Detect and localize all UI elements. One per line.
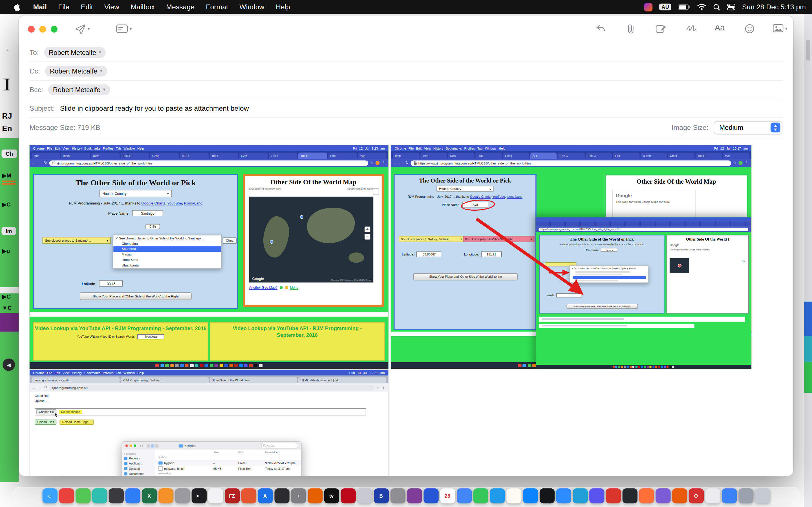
dock-icon[interactable] <box>341 488 356 503</box>
dock-icon[interactable] <box>175 488 190 503</box>
dock-icon[interactable] <box>622 488 637 503</box>
undo-button[interactable] <box>596 24 606 33</box>
wifi-icon[interactable] <box>697 4 706 10</box>
shot-c-tab: HTML slideshow accept | tvl… <box>298 377 386 383</box>
dock-icon[interactable]: X <box>142 488 156 503</box>
menu-item[interactable]: File <box>52 3 75 11</box>
status-app-icon[interactable] <box>645 3 653 11</box>
dock-icon[interactable]: FZ <box>224 488 239 503</box>
dock-icon[interactable]: >_ <box>192 488 206 503</box>
finder-window: ‹ › htdocs Search <box>122 441 302 476</box>
shot-b-tab: Other <box>668 153 695 159</box>
minimize-button[interactable] <box>40 26 46 33</box>
nested-url-bar: https://www.rjmprogramming.com.au/HTMLCS… <box>536 226 751 231</box>
dock-icon[interactable]: tv <box>324 488 339 503</box>
dock-icon[interactable] <box>705 488 720 503</box>
dock-icon[interactable] <box>423 488 439 503</box>
emoji-picker-button[interactable] <box>745 24 755 34</box>
dock-icon[interactable]: + <box>291 488 306 503</box>
dock-icon[interactable] <box>556 488 571 503</box>
scrollbar-thumb[interactable] <box>806 40 810 60</box>
battery-icon[interactable] <box>678 4 690 10</box>
menu-item[interactable]: Window <box>234 3 270 11</box>
recipient-chevron-icon[interactable]: ▾ <box>99 50 101 55</box>
menu-item[interactable]: Mail <box>28 3 52 11</box>
dock-icon[interactable]: O <box>689 488 703 503</box>
subject-input[interactable]: Slide in clipboard ready for you to past… <box>60 104 249 112</box>
dock-icon[interactable] <box>721 488 737 503</box>
header-fields-chevron-icon[interactable]: ▾ <box>130 26 132 31</box>
reload-home-button: Reload Home Page... <box>60 420 94 425</box>
dock-icon[interactable]: B <box>373 488 389 503</box>
dock-icon[interactable] <box>125 488 140 503</box>
sketch-icon[interactable] <box>686 24 697 32</box>
mini-dock-dot <box>170 363 174 367</box>
dock-icon[interactable] <box>390 488 405 503</box>
dock-icon[interactable] <box>274 488 289 503</box>
spotlight-icon[interactable] <box>713 3 720 11</box>
dock-icon[interactable] <box>589 488 604 503</box>
dock-icon[interactable] <box>755 488 770 503</box>
maps-error-text: This page can't load Google Maps correct… <box>616 200 693 204</box>
dock-icon[interactable] <box>357 488 372 503</box>
dock-icon[interactable] <box>606 488 620 503</box>
dock-icon[interactable]: A <box>258 488 273 503</box>
dock-icon[interactable] <box>738 488 753 503</box>
dock-icon[interactable] <box>672 488 687 503</box>
dock-icon[interactable] <box>208 488 223 503</box>
menu-item[interactable]: Message <box>160 3 200 11</box>
cc-recipient-token[interactable]: Robert Metcalfe ▾ <box>45 65 107 76</box>
send-options-chevron-icon[interactable]: ▾ <box>87 26 90 32</box>
markup-icon[interactable] <box>656 24 666 34</box>
image-size-dropdown[interactable]: Medium <box>714 121 782 134</box>
dock-icon[interactable] <box>639 488 654 503</box>
dock-icon[interactable] <box>456 488 471 503</box>
dock-icon[interactable] <box>539 488 554 503</box>
to-recipient-token[interactable]: Robert Metcalfe ▾ <box>44 47 106 58</box>
dock-icon[interactable] <box>490 488 505 503</box>
menu-item[interactable]: Format <box>200 3 234 11</box>
sidebar-item-icon <box>124 472 128 475</box>
dock-icon[interactable] <box>407 488 422 503</box>
header-fields-button[interactable]: ▾ <box>116 24 132 34</box>
zoom-button[interactable] <box>51 26 57 33</box>
menu-item[interactable]: Help <box>270 3 296 11</box>
dock-icon[interactable] <box>523 488 538 503</box>
recipient-chevron-icon[interactable]: ▾ <box>103 87 105 92</box>
attach-icon[interactable] <box>626 24 636 34</box>
menu-item[interactable]: Edit <box>75 3 98 11</box>
dock-icon-glyph: >_ <box>196 493 202 498</box>
bcc-recipient-token[interactable]: Robert Metcalfe ▾ <box>48 84 110 95</box>
menu-link: Menu <box>290 286 298 289</box>
dock-icon[interactable] <box>92 488 107 503</box>
dock-icon[interactable] <box>655 488 670 503</box>
close-button[interactable] <box>28 26 35 33</box>
send-button[interactable]: ▾ <box>74 24 90 34</box>
menu-bar-clock[interactable]: Sun 28 Dec 5:13 pm <box>742 3 806 11</box>
dock-icon[interactable] <box>59 488 73 503</box>
photo-browser-chevron-icon[interactable]: ▾ <box>785 25 787 31</box>
shot-c-tab: rjmprogramming.com.au/tm… <box>32 377 119 383</box>
attachment-screenshot-1[interactable]: Chrome File Edit View History Bookmarks … <box>30 145 389 369</box>
dock-icon[interactable] <box>75 488 90 503</box>
fonts-button[interactable]: Aa <box>715 23 725 33</box>
photo-browser-button[interactable]: ▾ <box>772 24 787 33</box>
input-source-badge[interactable]: AU <box>659 4 671 10</box>
dock-icon[interactable] <box>307 488 322 503</box>
recipient-chevron-icon[interactable]: ▾ <box>100 68 102 73</box>
menu-item[interactable]: Mailbox <box>125 3 160 11</box>
dock-icon[interactable] <box>158 488 173 503</box>
control-center-icon[interactable] <box>727 4 735 10</box>
menu-item[interactable]: View <box>99 3 125 11</box>
apple-menu[interactable] <box>13 3 20 11</box>
attachment-screenshot-2[interactable]: Chrome File Edit View History Bookmarks … <box>391 145 751 369</box>
dock-icon[interactable] <box>109 488 123 503</box>
dock-icon[interactable] <box>573 488 588 503</box>
dock-icon[interactable]: 28 <box>440 488 455 503</box>
dock-icon[interactable]: ☺ <box>42 488 57 503</box>
mini-dock-dot <box>185 363 189 367</box>
dock-icon[interactable] <box>241 488 256 503</box>
dock-icon[interactable] <box>506 488 521 503</box>
dock-icon[interactable] <box>473 488 488 503</box>
attachment-screenshot-3[interactable]: Chrome File Edit View History Bookmarks … <box>30 370 389 476</box>
